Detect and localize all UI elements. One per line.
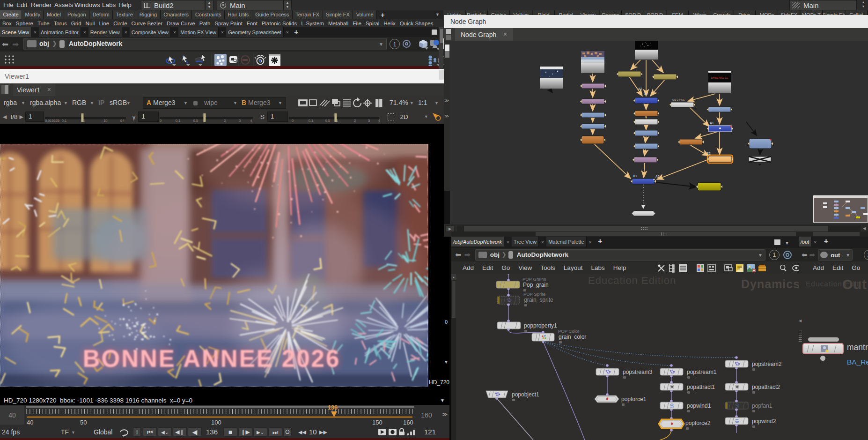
svg-text:4: 4 bbox=[250, 119, 252, 123]
svg-text:2: 2 bbox=[224, 119, 226, 123]
svg-text:3: 3 bbox=[239, 119, 241, 123]
svg-text:M2 J POL: M2 J POL bbox=[672, 98, 685, 101]
svg-text:A2: A2 bbox=[655, 175, 660, 178]
svg-text:0.5: 0.5 bbox=[193, 119, 198, 123]
svg-text:3: 3 bbox=[368, 119, 370, 123]
svg-text:0.1: 0.1 bbox=[308, 119, 313, 123]
svg-text:10: 10 bbox=[103, 119, 107, 123]
svg-text:0: 0 bbox=[292, 119, 294, 123]
svg-text:DANSE AVEC CG: DANSE AVEC CG bbox=[711, 77, 728, 79]
svg-text:A2: A2 bbox=[638, 87, 642, 90]
svg-text:2: 2 bbox=[354, 119, 356, 123]
svg-text:A1: A1 bbox=[710, 121, 714, 125]
svg-text:0.1: 0.1 bbox=[176, 119, 180, 123]
svg-text:0.1: 0.1 bbox=[62, 119, 66, 123]
svg-text:4: 4 bbox=[378, 119, 380, 123]
svg-text:B1: B1 bbox=[633, 174, 637, 178]
svg-text:64: 64 bbox=[120, 119, 124, 123]
svg-text:B2: B2 bbox=[706, 152, 711, 155]
svg-text:0: 0 bbox=[160, 119, 162, 123]
svg-text:0.5: 0.5 bbox=[325, 119, 330, 123]
svg-text:0.015625: 0.015625 bbox=[45, 119, 59, 123]
svg-text:A4: A4 bbox=[644, 92, 648, 95]
